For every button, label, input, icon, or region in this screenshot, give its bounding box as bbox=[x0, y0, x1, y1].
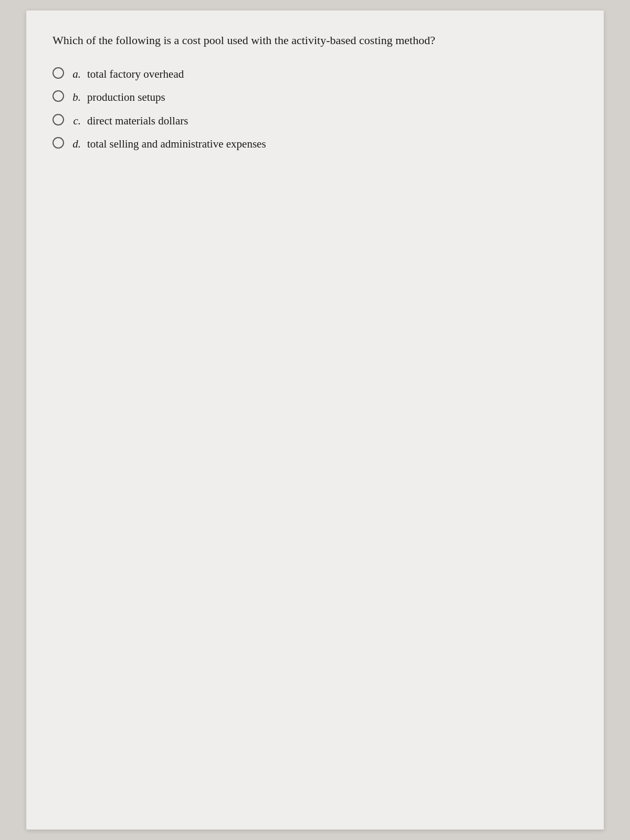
option-text-a: total factory overhead bbox=[87, 67, 184, 82]
radio-circle-d bbox=[52, 137, 64, 149]
option-text-d: total selling and administrative expense… bbox=[87, 136, 266, 152]
option-letter-b: b. bbox=[70, 91, 81, 104]
radio-c[interactable] bbox=[52, 114, 64, 125]
option-letter-d: d. bbox=[70, 138, 81, 151]
radio-b[interactable] bbox=[52, 90, 64, 102]
page-container: Which of the following is a cost pool us… bbox=[26, 10, 604, 830]
option-text-b: production setups bbox=[87, 90, 165, 105]
option-item-b[interactable]: b. production setups bbox=[52, 89, 578, 105]
option-letter-c: c. bbox=[70, 114, 81, 128]
option-item-c[interactable]: c. direct materials dollars bbox=[52, 113, 578, 129]
options-list: a. total factory overhead b. production … bbox=[52, 66, 578, 152]
option-letter-a: a. bbox=[70, 68, 81, 81]
option-item-a[interactable]: a. total factory overhead bbox=[52, 66, 578, 82]
option-item-d[interactable]: d. total selling and administrative expe… bbox=[52, 136, 578, 152]
question-text: Which of the following is a cost pool us… bbox=[52, 32, 578, 49]
radio-circle-c bbox=[52, 114, 64, 125]
radio-circle-b bbox=[52, 90, 64, 102]
option-text-c: direct materials dollars bbox=[87, 113, 188, 129]
radio-d[interactable] bbox=[52, 137, 64, 149]
radio-a[interactable] bbox=[52, 67, 64, 79]
radio-circle-a bbox=[52, 67, 64, 79]
